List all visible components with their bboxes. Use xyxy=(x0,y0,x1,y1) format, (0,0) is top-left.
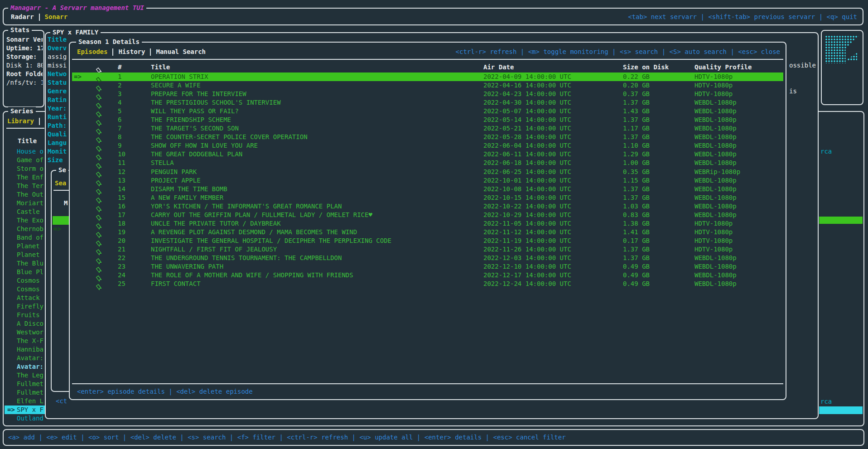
servarr-tab-radarr[interactable]: Radarr xyxy=(11,13,34,21)
series-item[interactable]: House o xyxy=(5,147,46,156)
series-item[interactable]: Hanniba xyxy=(5,345,46,354)
tab-episodes[interactable]: Episodes xyxy=(77,48,107,56)
series-item[interactable]: Firefly xyxy=(5,302,46,311)
series-item[interactable]: A Disco xyxy=(5,319,46,328)
episode-title: NIGHTFALL / FIRST FIT OF JEALOUSY xyxy=(151,245,483,254)
series-item[interactable]: The X-F xyxy=(5,337,46,345)
series-title: Fruits xyxy=(17,311,40,319)
series-title: Storm o xyxy=(17,164,43,173)
episode-quality: WEBDL-1080p xyxy=(694,159,781,167)
series-item[interactable]: Chernob xyxy=(5,225,46,233)
episode-row[interactable]: 24THE ROLE OF A MOTHER AND WIFE / SHOPPI… xyxy=(72,271,783,280)
seasons-box-title: Se xyxy=(56,166,68,174)
servarr-tabs: RadarrSonarr xyxy=(11,13,68,21)
episode-number: 22 xyxy=(118,254,151,262)
series-title: Chernob xyxy=(17,225,43,233)
col-quality: Quality Profile xyxy=(694,63,781,72)
episode-air-date: 2022-11-19 14:00:00 UTC xyxy=(483,237,623,245)
library-tab[interactable]: Library xyxy=(7,117,45,126)
selection-marker: => xyxy=(53,225,61,233)
series-item[interactable]: Blue Pl xyxy=(5,268,46,276)
occluded-row-fragment: rca xyxy=(820,397,832,406)
episode-quality: WEBDL-1080p xyxy=(694,271,781,280)
episode-air-date: 2022-06-04 14:00:00 UTC xyxy=(483,141,623,150)
series-list: House oGame ofStorm oThe EnfThe TerThe O… xyxy=(5,147,46,423)
episode-row[interactable]: 6THE FRIENDSHIP SCHEME2022-05-14 14:00:0… xyxy=(72,116,783,124)
top-keybind-help: <tab> next servarr | <shift-tab> previou… xyxy=(628,13,857,21)
series-detail-field: Langu xyxy=(48,139,69,147)
episode-air-date: 2022-10-15 14:00:00 UTC xyxy=(483,193,623,202)
season-details-title: Season 1 Details xyxy=(76,38,142,46)
tab-history[interactable]: History xyxy=(118,48,145,56)
servarr-tab-sonarr[interactable]: Sonarr xyxy=(45,13,68,21)
series-item[interactable]: Planet xyxy=(5,251,46,259)
episode-row[interactable]: 7THE TARGET'S SECOND SON2022-05-21 14:00… xyxy=(72,124,783,133)
series-detail-field: Quali xyxy=(48,130,69,139)
episode-row[interactable]: 12PENGUIN PARK2022-06-25 14:00:00 UTC0.3… xyxy=(72,168,783,176)
episode-row[interactable]: 3PREPARE FOR THE INTERVIEW2022-04-23 14:… xyxy=(72,90,783,98)
episode-quality: WEBRip-1080p xyxy=(694,168,781,176)
series-item[interactable]: The Ter xyxy=(5,182,46,190)
series-item[interactable]: Outland xyxy=(5,414,46,423)
episode-row[interactable]: 2SECURE A WIFE2022-04-16 14:00:00 UTC0.2… xyxy=(72,81,783,90)
series-title: Cosmos xyxy=(17,285,40,294)
episode-row[interactable]: 15A NEW FAMILY MEMBER2022-10-15 14:00:00… xyxy=(72,193,783,202)
episode-row[interactable]: 16YOR'S KITCHEN / THE INFORMANT'S GREAT … xyxy=(72,202,783,211)
episode-size: 1.43 GB xyxy=(623,107,694,116)
series-item[interactable]: Moriart xyxy=(5,199,46,208)
episode-air-date: 2022-12-03 14:00:00 UTC xyxy=(483,254,623,262)
episode-quality: WEBDL-1080p xyxy=(694,254,781,262)
episode-row[interactable]: 21NIGHTFALL / FIRST FIT OF JEALOUSY2022-… xyxy=(72,245,783,254)
episode-row[interactable]: 20INVESTIGATE THE GENERAL HOSPITAL / DEC… xyxy=(72,237,783,245)
tab-separator xyxy=(112,48,113,56)
seasons-tab[interactable]: Sea xyxy=(55,179,66,188)
footer-separator xyxy=(72,383,783,384)
episode-row[interactable]: 11STELLA2022-06-18 14:00:00 UTC1.00 GBWE… xyxy=(72,159,783,167)
episode-row[interactable]: 5WILL THEY PASS OR FAIL?2022-05-07 14:00… xyxy=(72,107,783,116)
episode-row[interactable]: 8THE COUNTER-SECRET POLICE COVER OPERATI… xyxy=(72,133,783,141)
series-item[interactable]: Band of xyxy=(5,233,46,242)
episode-row[interactable]: 4THE PRESTIGIOUS SCHOOL'S INTERVIEW2022-… xyxy=(72,98,783,107)
episode-row[interactable]: 18UNCLE THE PRIVATE TUTOR / DAYBREAK2022… xyxy=(72,219,783,228)
episode-row[interactable]: 19A REVENGE PLOT AGAINST DESMOND / MAMA … xyxy=(72,228,783,237)
episode-row[interactable]: 10THE GREAT DODGEBALL PLAN2022-06-11 14:… xyxy=(72,150,783,159)
episode-air-date: 2022-10-08 14:00:00 UTC xyxy=(483,185,623,193)
episode-row[interactable]: 14DISARM THE TIME BOMB2022-10-08 14:00:0… xyxy=(72,185,783,193)
episode-row[interactable]: 22THE UNDERGROUND TENNIS TOURNAMENT: THE… xyxy=(72,254,783,262)
episode-row[interactable]: => 1OPERATION STRIX2022-04-09 14:00:00 U… xyxy=(72,72,783,81)
series-item[interactable]: The Blu xyxy=(5,259,46,268)
series-item[interactable]: Avatar: xyxy=(5,362,46,371)
series-item[interactable]: Avatar: xyxy=(5,354,46,362)
tab-manual-search[interactable]: Manual Search xyxy=(156,48,206,56)
series-item[interactable]: Game of xyxy=(5,156,46,164)
episode-row[interactable]: 9SHOW OFF HOW IN LOVE YOU ARE2022-06-04 … xyxy=(72,141,783,150)
stats-line: Uptime: 17 xyxy=(6,44,43,53)
series-item[interactable]: Fullmet xyxy=(5,388,46,397)
series-item[interactable]: Planet xyxy=(5,242,46,251)
series-item[interactable]: Elfen L xyxy=(5,397,46,406)
season-details-keybind-help: <ctrl-r> refresh | <m> toggle monitoring… xyxy=(456,48,780,56)
series-item[interactable]: Fruits xyxy=(5,311,46,319)
series-item[interactable]: =>SPY x F xyxy=(5,406,46,414)
library-tab-label[interactable]: Library xyxy=(7,117,34,126)
series-item[interactable]: Westwor xyxy=(5,328,46,337)
col-number: # xyxy=(118,63,151,72)
series-item[interactable]: The Out xyxy=(5,190,46,199)
series-detail-field: assig xyxy=(48,53,69,61)
series-item[interactable]: Storm o xyxy=(5,164,46,173)
series-item[interactable]: Attack xyxy=(5,294,46,302)
series-item[interactable]: Cosmos xyxy=(5,285,46,294)
app-title: Managarr - A Servarr management TUI xyxy=(8,4,146,12)
series-item[interactable]: Cosmos xyxy=(5,276,46,285)
episode-row[interactable]: 17CARRY OUT THE GRIFFIN PLAN / FULLMETAL… xyxy=(72,211,783,219)
stats-line: Disk 1: 80 xyxy=(6,61,43,70)
episode-row[interactable]: 13PROJECT APPLE2022-10-01 14:00:00 UTC1.… xyxy=(72,176,783,185)
series-item[interactable]: Castle xyxy=(5,208,46,216)
series-item[interactable]: The Exo xyxy=(5,216,46,225)
series-item[interactable]: The Leg xyxy=(5,371,46,380)
episode-row[interactable]: 25FIRST CONTACT2022-12-24 14:00:00 UTC0.… xyxy=(72,280,783,288)
episode-row[interactable]: 23THE UNWAVERING PATH2022-12-10 14:00:00… xyxy=(72,262,783,271)
series-item[interactable]: The Enf xyxy=(5,173,46,182)
episode-air-date: 2022-12-17 14:00:00 UTC xyxy=(483,271,623,280)
series-item[interactable]: Fullmet xyxy=(5,380,46,388)
